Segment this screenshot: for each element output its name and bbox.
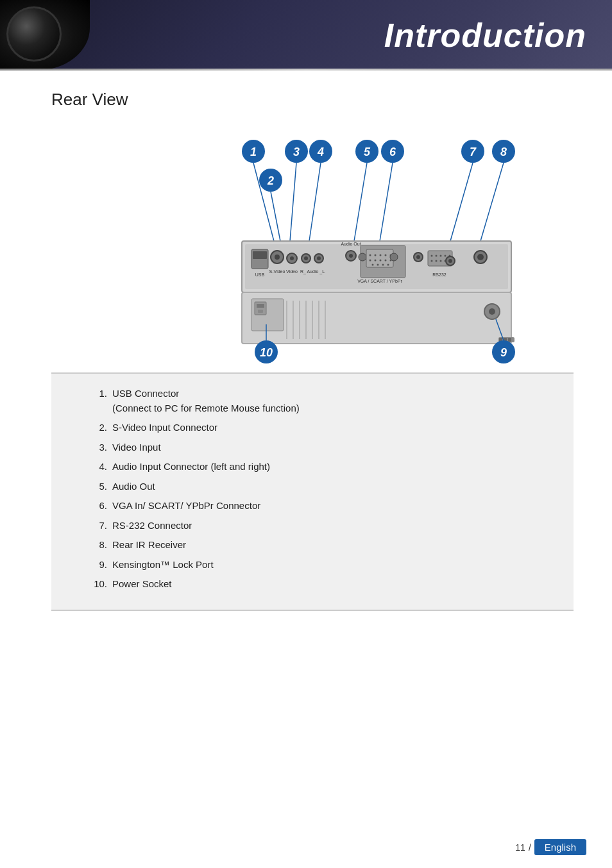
svg-text:USB: USB bbox=[255, 272, 265, 277]
callout-3-line bbox=[290, 163, 296, 241]
svg-rect-54 bbox=[508, 338, 511, 342]
feature-list: 1. USB Connector (Connect to PC for Remo… bbox=[90, 387, 548, 592]
lens-decoration bbox=[0, 0, 90, 71]
svg-text:3: 3 bbox=[293, 146, 300, 158]
svg-point-30 bbox=[436, 255, 438, 257]
list-text-5: Audio Out bbox=[112, 480, 155, 494]
svg-point-31 bbox=[440, 255, 442, 257]
list-item-3: 3. Video Input bbox=[90, 440, 548, 455]
svg-point-35 bbox=[436, 260, 438, 262]
page-number: 11 bbox=[515, 842, 525, 853]
section-title: Rear View bbox=[51, 90, 574, 110]
svg-point-13 bbox=[370, 255, 371, 256]
list-text-3: Video Input bbox=[112, 440, 161, 455]
vga-port bbox=[366, 249, 393, 267]
list-item-4: 4. Audio Input Connector (left and right… bbox=[90, 460, 548, 474]
svg-text:2: 2 bbox=[267, 174, 274, 187]
list-num-3: 3. bbox=[90, 440, 112, 455]
list-num-2: 2. bbox=[90, 421, 112, 435]
svg-point-51 bbox=[489, 308, 495, 315]
svg-point-16 bbox=[385, 255, 387, 256]
list-text-2: S-Video Input Connector bbox=[112, 421, 217, 435]
rear-view-diagram: 1 2 3 4 5 6 7 bbox=[88, 122, 537, 366]
svg-point-24 bbox=[377, 264, 379, 266]
list-item-6: 6. VGA In/ SCART/ YPbPr Connector bbox=[90, 499, 548, 513]
list-item-1: 1. USB Connector (Connect to PC for Remo… bbox=[90, 387, 548, 415]
svg-point-21 bbox=[385, 260, 387, 262]
list-num-5: 5. bbox=[90, 480, 112, 494]
svg-point-38 bbox=[448, 259, 452, 263]
svg-text:VGA / SCART / YPbPr: VGA / SCART / YPbPr bbox=[357, 279, 402, 283]
list-item-2: 2. S-Video Input Connector bbox=[90, 421, 548, 435]
list-num-4: 4. bbox=[90, 460, 112, 474]
svg-point-25 bbox=[382, 264, 384, 266]
audio-r-inner bbox=[304, 256, 308, 260]
svg-text:RS232: RS232 bbox=[432, 272, 446, 277]
list-text-1: USB Connector (Connect to PC for Remote … bbox=[112, 387, 300, 415]
page-header: Introduction bbox=[0, 0, 612, 71]
svg-point-32 bbox=[445, 255, 446, 257]
svg-point-18 bbox=[370, 260, 371, 262]
svg-point-23 bbox=[372, 264, 374, 266]
list-item-10: 10. Power Socket bbox=[90, 577, 548, 592]
header-line bbox=[0, 69, 612, 71]
svg-text:10: 10 bbox=[260, 346, 273, 359]
callout-4-line bbox=[309, 163, 321, 241]
list-text-10: Power Socket bbox=[112, 577, 172, 592]
svg-text:1: 1 bbox=[250, 146, 257, 158]
list-item-8: 8. Rear IR Receiver bbox=[90, 538, 548, 553]
list-text-4: Audio Input Connector (left and right) bbox=[112, 460, 270, 474]
language-badge: English bbox=[534, 839, 586, 855]
main-content: Rear View 1 2 3 4 5 bbox=[0, 71, 612, 637]
vga-right-port bbox=[390, 253, 398, 261]
description-box: 1. USB Connector (Connect to PC for Remo… bbox=[51, 372, 574, 611]
audio-out-inner bbox=[349, 254, 353, 258]
separator: / bbox=[529, 842, 531, 853]
svg-text:8: 8 bbox=[500, 146, 507, 158]
svg-text:6: 6 bbox=[389, 146, 396, 158]
video-inner bbox=[290, 256, 294, 260]
list-text-6: VGA In/ SCART/ YPbPr Connector bbox=[112, 499, 260, 513]
list-text-9: Kensington™ Lock Port bbox=[112, 558, 214, 572]
callout-7-line bbox=[450, 163, 473, 241]
svg-rect-42 bbox=[257, 304, 264, 308]
list-num-10: 10. bbox=[90, 577, 112, 592]
svg-point-19 bbox=[375, 260, 377, 262]
audio-l-inner bbox=[317, 256, 321, 260]
svideo-inner bbox=[275, 255, 280, 260]
list-num-8: 8. bbox=[90, 538, 112, 553]
svg-point-20 bbox=[380, 260, 382, 262]
svg-point-15 bbox=[380, 255, 382, 256]
svg-text:R_  Audio  _L: R_ Audio _L bbox=[300, 269, 325, 274]
svg-text:7: 7 bbox=[470, 146, 477, 158]
svg-text:4: 4 bbox=[317, 146, 324, 158]
svg-point-29 bbox=[431, 255, 433, 257]
usb-slot bbox=[253, 251, 267, 259]
vga-left-port bbox=[359, 253, 366, 261]
svg-point-26 bbox=[387, 264, 389, 266]
svg-point-34 bbox=[431, 260, 433, 262]
list-item-5: 5. Audio Out bbox=[90, 480, 548, 494]
list-item-9: 9. Kensington™ Lock Port bbox=[90, 558, 548, 572]
svg-text:9: 9 bbox=[500, 346, 507, 359]
page-footer: 11 / English bbox=[515, 839, 586, 855]
list-num-6: 6. bbox=[90, 499, 112, 513]
svg-point-28 bbox=[416, 255, 420, 259]
svg-rect-43 bbox=[258, 310, 263, 313]
list-item-7: 7. RS-232 Connector bbox=[90, 519, 548, 533]
list-text-8: Rear IR Receiver bbox=[112, 538, 186, 553]
svg-text:Audio  Out: Audio Out bbox=[341, 242, 361, 246]
diagram-svg: 1 2 3 4 5 6 7 bbox=[88, 122, 537, 366]
svg-text:Video: Video bbox=[286, 269, 298, 274]
callout-8-line bbox=[480, 163, 504, 241]
page-title: Introduction bbox=[384, 16, 612, 54]
callout-5-line bbox=[354, 163, 367, 241]
list-num-1: 1. bbox=[90, 387, 112, 401]
list-num-7: 7. bbox=[90, 519, 112, 533]
svg-text:S-Video: S-Video bbox=[269, 269, 285, 274]
list-text-7: RS-232 Connector bbox=[112, 519, 192, 533]
list-num-9: 9. bbox=[90, 558, 112, 572]
svg-point-14 bbox=[375, 255, 377, 256]
svg-point-36 bbox=[440, 260, 442, 262]
svg-text:5: 5 bbox=[364, 146, 371, 158]
